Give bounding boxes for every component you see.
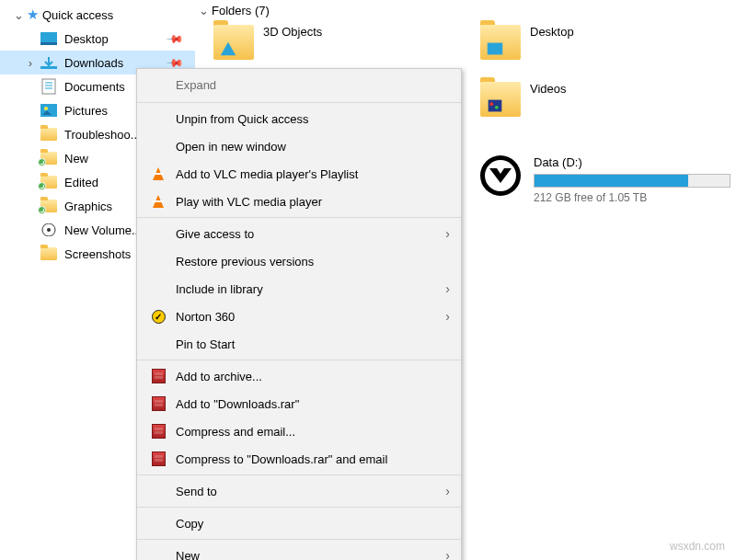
context-menu-item[interactable]: Unpin from Quick access (137, 105, 461, 132)
context-menu-item[interactable]: Add to "Downloads.rar" (137, 390, 461, 417)
svg-point-8 (44, 107, 48, 110)
volume-icon (40, 222, 57, 238)
folder-icon (480, 82, 521, 117)
separator (137, 539, 461, 540)
chevron-right-icon: › (26, 58, 35, 67)
folder-label: 3D Objects (263, 25, 322, 39)
rar-icon (150, 451, 167, 467)
downloads-icon (40, 54, 57, 71)
context-menu-label: Open in new window (176, 140, 286, 154)
folders-group-header[interactable]: ⌄ Folders (7) (195, 2, 736, 25)
folder-label: Videos (530, 82, 567, 96)
folders-header-label: Folders (7) (212, 4, 270, 17)
svg-rect-1 (40, 42, 57, 45)
svg-rect-2 (40, 66, 57, 69)
rar-icon (150, 423, 167, 440)
sidebar-item-label: Edited (64, 176, 98, 189)
context-menu-item[interactable]: Compress to "Downloads.rar" and email (137, 445, 461, 473)
context-menu-item[interactable]: Open in new window (137, 132, 461, 160)
context-menu-label: Include in library (176, 282, 263, 296)
blank-icon (150, 225, 167, 242)
blank-icon (150, 280, 167, 297)
chevron-right-icon: › (445, 484, 450, 498)
svg-rect-3 (42, 79, 55, 94)
svg-rect-11 (488, 43, 503, 55)
blank-icon (150, 138, 167, 154)
quick-access-root[interactable]: ⌄ ★ Quick access (0, 3, 195, 27)
desktop-icon (40, 30, 57, 47)
folder-sync-icon (40, 198, 57, 214)
folder-icon (213, 25, 254, 60)
svg-point-13 (490, 102, 494, 106)
context-menu-item[interactable]: Add to VLC media player's Playlist (137, 160, 461, 188)
folder-icon (40, 126, 57, 143)
chevron-right-icon: › (445, 226, 450, 241)
context-menu-item[interactable]: New› (137, 542, 461, 560)
context-menu-item[interactable]: Add to archive... (137, 362, 461, 390)
svg-rect-12 (489, 100, 502, 112)
context-menu-item[interactable]: Include in library› (137, 275, 461, 303)
sidebar-item-label: Desktop (64, 32, 109, 46)
norton-icon: ✓ (150, 308, 167, 325)
blank-icon (150, 110, 167, 127)
sidebar-item-label: New (64, 152, 88, 166)
context-menu-label: Compress and email... (176, 425, 295, 439)
blank-icon (150, 547, 167, 560)
context-menu-item[interactable]: Restore previous versions (137, 247, 461, 275)
context-menu-item[interactable]: Give access to› (137, 220, 461, 247)
quick-access-label: Quick access (42, 8, 113, 22)
drive-icon (480, 155, 521, 196)
sidebar-item-label: Screenshots (64, 247, 131, 261)
chevron-right-icon: › (445, 548, 450, 560)
context-menu-item[interactable]: Pin to Start (137, 330, 461, 358)
sidebar-item-label: Downloads (64, 56, 123, 70)
context-menu-item[interactable]: Expand (137, 69, 461, 100)
blank-icon (150, 515, 167, 531)
separator (137, 102, 461, 103)
folder-icon (480, 25, 521, 60)
svg-point-10 (47, 228, 51, 232)
svg-rect-0 (40, 32, 57, 42)
folder-tile[interactable]: Videos (480, 82, 719, 117)
blank-icon (150, 253, 167, 269)
sidebar-item-label: Pictures (64, 104, 108, 118)
folder-icon (40, 246, 57, 262)
chevron-down-icon: ⌄ (199, 6, 208, 16)
separator (137, 217, 461, 218)
folder-sync-icon (40, 174, 57, 190)
folder-sync-icon (40, 150, 57, 166)
context-menu-item[interactable]: Compress and email... (137, 417, 461, 445)
context-menu-label: Play with VLC media player (176, 195, 322, 209)
context-menu-item[interactable]: ✓Norton 360› (137, 303, 461, 330)
sidebar-item-label: Graphics (64, 200, 112, 213)
pin-icon: 📌 (166, 29, 185, 49)
chevron-right-icon: › (445, 309, 450, 324)
context-menu-label: Pin to Start (176, 337, 235, 351)
context-menu-item[interactable]: Play with VLC media player (137, 188, 461, 215)
star-icon: ★ (27, 6, 39, 23)
drive-free-text: 212 GB free of 1.05 TB (534, 191, 730, 204)
context-menu-label: Give access to (176, 227, 254, 241)
drive-usage-bar (534, 174, 730, 188)
context-menu-item[interactable]: Send to› (137, 477, 461, 505)
folder-label: Desktop (530, 25, 574, 39)
folder-tile[interactable]: Desktop (480, 25, 719, 60)
sidebar-item[interactable]: Desktop📌 (0, 27, 195, 51)
svg-point-14 (495, 106, 499, 109)
sidebar-item-label: New Volume... (64, 223, 142, 237)
chevron-right-icon: › (445, 281, 450, 296)
separator (137, 360, 461, 360)
context-menu-label: Add to "Downloads.rar" (176, 397, 299, 411)
context-menu: ExpandUnpin from Quick accessOpen in new… (136, 68, 462, 560)
context-menu-item[interactable]: Copy (137, 509, 461, 537)
context-menu-label: Add to VLC media player's Playlist (176, 167, 358, 181)
pictures-icon (40, 102, 57, 119)
separator (137, 507, 461, 508)
context-menu-label: New (176, 549, 200, 561)
documents-icon (40, 78, 57, 95)
blank-icon (150, 336, 167, 352)
context-menu-label: Restore previous versions (176, 255, 314, 269)
sidebar-item-label: Troubleshoo... (64, 128, 141, 142)
context-menu-label: Unpin from Quick access (176, 112, 309, 126)
drive-tile[interactable]: Data (D:) 212 GB free of 1.05 TB (480, 155, 730, 204)
